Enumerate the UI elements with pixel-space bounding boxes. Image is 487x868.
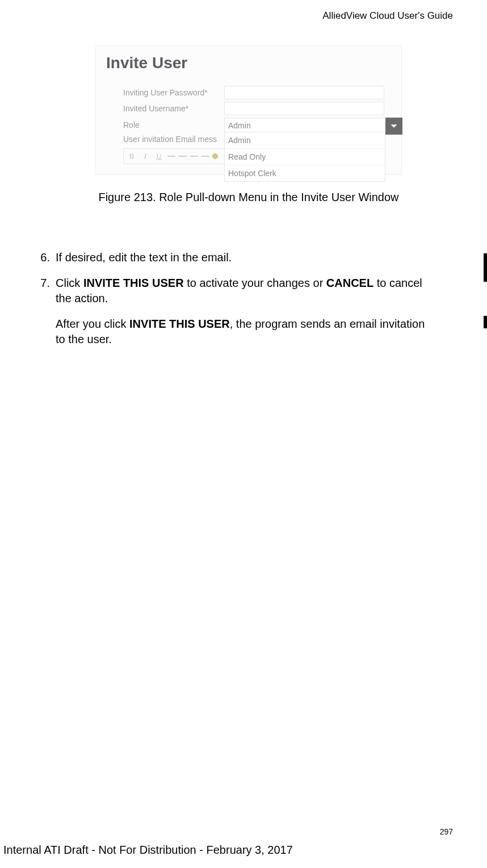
step-number: 6. [35,250,56,265]
draft-footer: Internal ATI Draft - Not For Distributio… [3,844,293,857]
italic-button[interactable]: I [140,152,151,161]
invite-user-panel: Invite User Inviting User Password* Invi… [95,45,402,175]
panel-title: Invite User [96,46,401,85]
figure-area: Invite User Inviting User Password* Invi… [95,45,402,204]
page-number: 297 [440,827,453,836]
step-6: 6. If desired, edit the text in the emai… [35,250,436,265]
bold-invite: INVITE THIS USER [83,277,184,289]
row-username: Invited Username* [96,101,401,116]
step-7: 7. Click INVITE THIS USER to activate yo… [35,276,436,306]
text-fragment: to activate your changes or [184,277,326,289]
step-text: If desired, edit the text in the email. [56,250,436,265]
role-option-readonly[interactable]: Read Only [225,149,385,165]
follow-up-paragraph: After you click INVITE THIS USER, the pr… [56,316,436,347]
step-number: 7. [35,276,56,306]
row-role: Role Admin Admin Read Only Hotspot Clerk [96,116,401,133]
role-option-admin[interactable]: Admin [225,132,385,149]
bold-button[interactable]: B [126,152,137,161]
bold-cancel: CANCEL [326,277,373,289]
text-fragment: After you click [56,318,129,330]
align-center-icon[interactable] [179,156,187,157]
label-username: Invited Username* [123,104,224,113]
bold-invite: INVITE THIS USER [129,318,230,330]
figure-caption: Figure 213. Role Pull-down Menu in the I… [95,191,402,204]
input-username[interactable] [224,102,384,115]
instruction-steps: 6. If desired, edit the text in the emai… [35,250,436,347]
row-password: Inviting User Password* [96,85,401,101]
role-select[interactable]: Admin [224,118,401,132]
align-right-icon[interactable] [190,156,198,157]
label-password: Inviting User Password* [123,88,224,97]
label-role: Role [123,120,224,130]
change-bars [484,253,487,362]
color-icon[interactable] [212,153,218,159]
label-email-msg: User invitation Email mess [123,135,224,144]
role-option-hotspot[interactable]: Hotspot Clerk [225,165,385,181]
change-bar [484,253,487,282]
align-left-icon[interactable] [167,156,175,157]
step-text: Click INVITE THIS USER to activate your … [56,276,436,306]
underline-button[interactable]: U [153,152,165,161]
editor-toolbar: B I U [123,148,237,164]
text-fragment: Click [56,277,83,289]
role-dropdown: Admin Read Only Hotspot Clerk [224,132,385,182]
chevron-down-icon[interactable] [385,118,402,135]
role-select-wrap: Admin Admin Read Only Hotspot Clerk [224,118,401,132]
change-bar [484,316,487,328]
input-password[interactable] [224,86,384,99]
doc-header-title: AlliedView Cloud User's Guide [322,10,453,22]
align-justify-icon[interactable] [201,156,209,157]
